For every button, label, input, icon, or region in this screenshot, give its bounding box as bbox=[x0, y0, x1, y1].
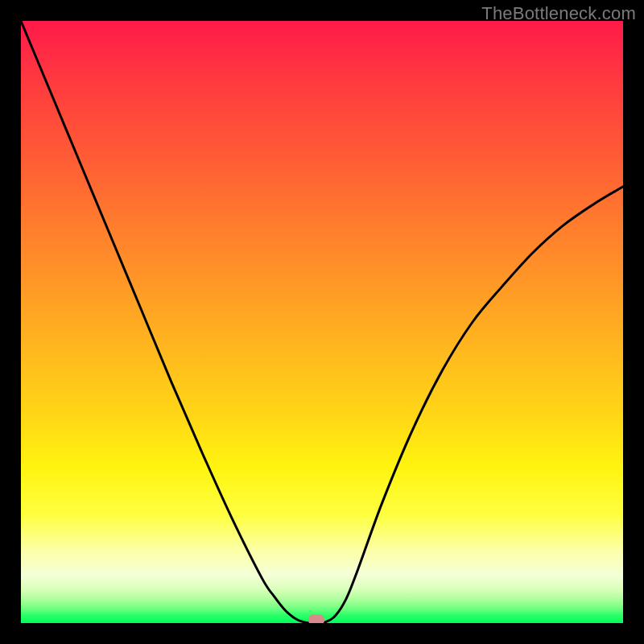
watermark-text: TheBottleneck.com bbox=[481, 3, 636, 24]
optimal-point-marker bbox=[308, 615, 324, 624]
chart-frame: TheBottleneck.com bbox=[0, 0, 644, 644]
curve-layer bbox=[21, 21, 623, 623]
plot-area bbox=[21, 21, 623, 623]
bottleneck-curve bbox=[21, 21, 623, 623]
